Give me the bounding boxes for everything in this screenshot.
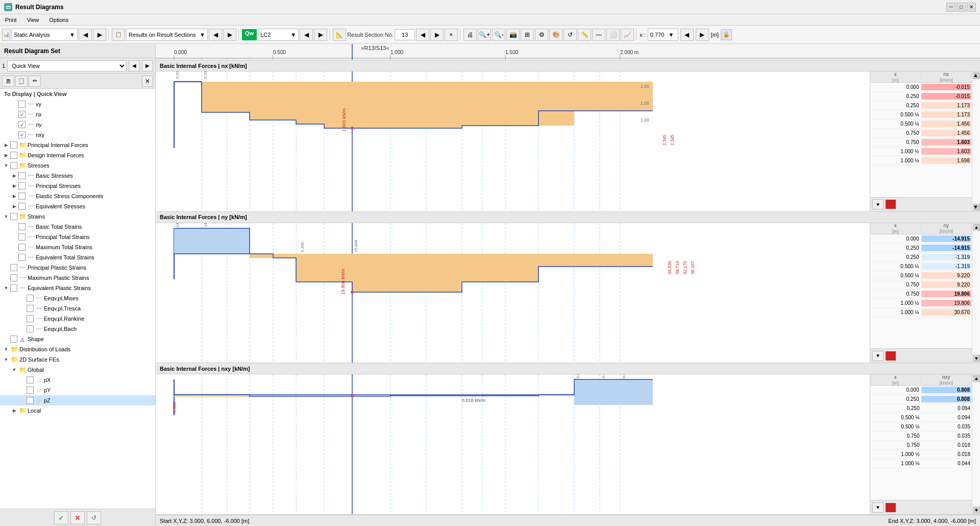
data-row[interactable]: 0.000-14.915	[870, 234, 972, 244]
checkbox-stresses[interactable]	[10, 162, 17, 169]
refresh-button[interactable]: ↺	[564, 29, 577, 41]
data-row[interactable]: 1.000 ½19.806	[870, 299, 972, 308]
tree-item-nx[interactable]: 〰 nx	[0, 109, 155, 119]
tree-item-nxy[interactable]: 〰 nxy	[0, 130, 155, 140]
export-button[interactable]: ⬜	[606, 29, 620, 41]
max-indicator-1[interactable]	[886, 200, 896, 209]
data-row[interactable]: 0.7509.220	[870, 280, 972, 290]
scroll-up-1[interactable]: ▲	[973, 72, 980, 79]
static-analysis-dropdown[interactable]: Static Analysis ▼	[11, 29, 78, 41]
scroll-down-2[interactable]: ▼	[973, 355, 980, 362]
data-row[interactable]: 0.500 ¼9.220	[870, 271, 972, 280]
data-row[interactable]: 0.500 ¼-1.319	[870, 262, 972, 271]
checkbox-eps[interactable]	[10, 284, 17, 292]
expand-principal-stresses[interactable]: ▶	[10, 181, 18, 191]
checkbox-pts[interactable]	[18, 233, 26, 241]
tree-item-local[interactable]: ▶ 📁 Local	[0, 405, 155, 416]
data-row[interactable]: 0.75019.806	[870, 290, 972, 299]
chart-button[interactable]: 📈	[621, 29, 634, 41]
tree-item-principal-total-strains[interactable]: 〰 Principal Total Strains	[0, 232, 155, 242]
tree-item-design-internal-forces[interactable]: ▶ 📁 Design Internal Forces	[0, 150, 155, 160]
maximize-button[interactable]: □	[957, 3, 966, 12]
prev-set-button[interactable]: ◀	[129, 60, 140, 71]
delete-button[interactable]: ✕	[70, 511, 85, 524]
load-case-dropdown[interactable]: LC2 ▼	[258, 29, 299, 41]
expand-stresses[interactable]: ▼	[2, 160, 10, 171]
x-value-input[interactable]: 0.770 ▼	[648, 29, 678, 41]
checkbox-shape[interactable]	[10, 336, 17, 343]
reset-button[interactable]: ↺	[87, 511, 101, 524]
add-set-button[interactable]: 🖹	[2, 76, 14, 87]
checkbox-principal-if[interactable]	[10, 141, 17, 149]
scroll-up-2[interactable]: ▲	[973, 224, 980, 231]
lock-button[interactable]: 🔒	[721, 29, 732, 40]
filter-button-3[interactable]: ▼	[872, 503, 884, 513]
data-row[interactable]: 0.250-0.015	[870, 92, 972, 101]
tree-item-py[interactable]: □ pY	[0, 385, 155, 395]
checkbox-principal-stresses[interactable]	[18, 182, 26, 189]
tree-item-basic-total-strains[interactable]: 〰 Basic Total Strains	[0, 222, 155, 232]
prev-section-button[interactable]: ◀	[416, 29, 429, 41]
expand-global[interactable]: ▼	[10, 365, 18, 375]
data-row[interactable]: 0.500 ¼1.456	[870, 119, 972, 129]
max-indicator-3[interactable]	[886, 503, 896, 512]
data-row[interactable]: 0.2501.173	[870, 101, 972, 110]
checkbox-rankine[interactable]	[27, 315, 34, 322]
dash-button[interactable]: —	[592, 29, 605, 41]
data-row[interactable]: 0.7501.456	[870, 129, 972, 138]
max-indicator-2[interactable]	[886, 351, 896, 361]
screenshot-button[interactable]: 📸	[506, 29, 520, 41]
checkbox-py[interactable]	[27, 387, 34, 394]
tree-item-pps[interactable]: 〰 Principal Plastic Strains	[0, 262, 155, 273]
expand-2d-surface[interactable]: ▼	[2, 354, 10, 365]
expand-elastic-stress[interactable]: ▶	[10, 191, 18, 201]
close-panel-button[interactable]: ✕	[142, 76, 153, 87]
tree-item-equiv-total-strains[interactable]: 〰 Equivalent Total Strains	[0, 252, 155, 262]
tree-item-principal-internal-forces[interactable]: ▶ 📁 Principal Internal Forces	[0, 140, 155, 150]
next-x-button[interactable]: ▶	[696, 29, 709, 41]
next-section-button[interactable]: ▶	[430, 29, 444, 41]
tree-item-principal-stresses[interactable]: ▶ 〰 Principal Stresses	[0, 181, 155, 191]
data-row[interactable]: 0.2500.094	[870, 404, 972, 413]
checkbox-design-if[interactable]	[10, 152, 17, 159]
checkbox-mises[interactable]	[27, 295, 34, 302]
tree-item-px[interactable]: □ pX	[0, 375, 155, 385]
next-result-button[interactable]: ▶	[223, 29, 236, 41]
filter-button-1[interactable]: ▼	[872, 199, 884, 209]
section-extra-button[interactable]: ✕	[445, 29, 458, 41]
tree-item-global[interactable]: ▼ 📁 Global	[0, 365, 155, 375]
data-row[interactable]: 0.500 ¼1.173	[870, 110, 972, 119]
edit-set-button[interactable]: ✏	[29, 76, 41, 87]
tree-item-eps[interactable]: ▼ 〰 Equivalent Plastic Strains	[0, 283, 155, 293]
checkbox-vy[interactable]	[18, 101, 26, 108]
checkbox-tresca[interactable]	[27, 305, 34, 312]
next-analysis-button[interactable]: ▶	[93, 29, 106, 41]
tree-item-elastic-stress[interactable]: ▶ 〰 Elastic Stress Components	[0, 191, 155, 201]
tree-item-shape[interactable]: △ Shape	[0, 334, 155, 344]
expand-design-if[interactable]: ▶	[2, 150, 10, 160]
expand-strains[interactable]: ▼	[2, 211, 10, 222]
expand-local[interactable]: ▶	[10, 405, 18, 416]
data-row[interactable]: 1.000 ¼30.670	[870, 308, 972, 317]
zoom-out-button[interactable]: 🔍-	[492, 29, 505, 41]
expand-principal-if[interactable]: ▶	[2, 140, 10, 150]
checkbox-basic-stresses[interactable]	[18, 172, 26, 179]
prev-lc-button[interactable]: ◀	[300, 29, 313, 41]
checkbox-nx[interactable]	[18, 111, 26, 118]
data-row[interactable]: 0.7500.018	[870, 441, 972, 450]
tree-item-vy[interactable]: 〰 vy	[0, 99, 155, 109]
tree-item-max-total-strains[interactable]: 〰 Maximum Total Strains	[0, 242, 155, 252]
minimize-button[interactable]: ─	[946, 3, 955, 12]
tree-item-equivalent-stresses[interactable]: ▶ 〰 Equivalent Stresses	[0, 201, 155, 211]
checkbox-px[interactable]	[27, 376, 34, 384]
set-name-dropdown[interactable]: Quick View	[7, 60, 127, 71]
tree-item-ny[interactable]: 〰 ny	[0, 119, 155, 130]
next-lc-button[interactable]: ▶	[314, 29, 327, 41]
tree-item-tresca[interactable]: 〰 Eeqv,pl,Tresca	[0, 303, 155, 314]
scroll-down-3[interactable]: ▼	[973, 507, 980, 514]
tree-item-2d-surface[interactable]: ▼ 📁 2D Surface FEs	[0, 354, 155, 365]
menu-options[interactable]: Options	[46, 16, 71, 24]
checkbox-pps[interactable]	[10, 264, 17, 271]
prev-x-button[interactable]: ◀	[680, 29, 694, 41]
next-set-button[interactable]: ▶	[142, 60, 153, 71]
